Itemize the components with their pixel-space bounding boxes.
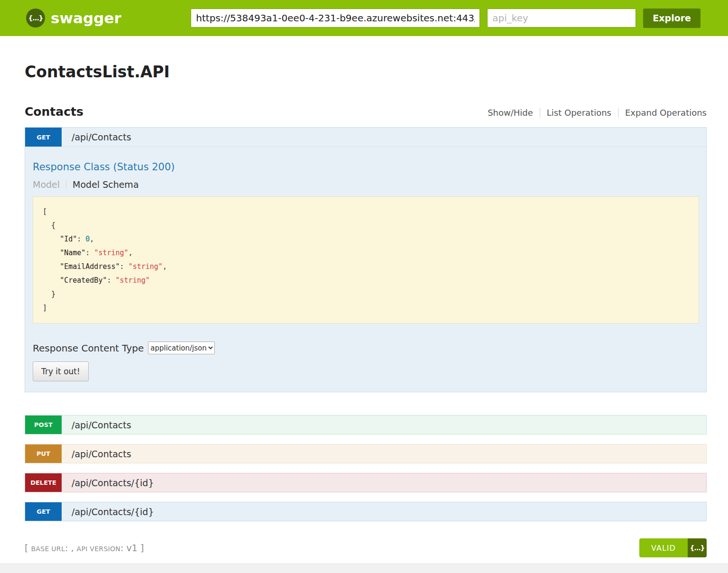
response-class-heading: Response Class (Status 200) xyxy=(33,161,699,173)
api-key-input[interactable] xyxy=(487,9,636,28)
tab-model[interactable]: Model xyxy=(33,179,66,190)
operation-path-link[interactable]: /api/Contacts xyxy=(72,449,131,459)
operation-delete-contacts-id[interactable]: DELETE /api/Contacts/{id} xyxy=(25,473,707,492)
method-badge-get: GET xyxy=(25,502,62,521)
main-content: ContactsList.API Contacts Show/Hide List… xyxy=(0,63,728,557)
model-schema-code: [ { "Id": 0, "Name": "string", "EmailAdd… xyxy=(33,196,699,323)
validator-status-label: VALID xyxy=(639,538,688,557)
validator-badge[interactable]: VALID {…} xyxy=(639,538,707,557)
footer: [ BASE URL: , API VERSION: v1 ] VALID {…… xyxy=(25,538,707,557)
api-version-value: v1 xyxy=(127,543,138,553)
tab-model-schema[interactable]: Model Schema xyxy=(66,179,138,190)
bracket-close: ] xyxy=(138,543,144,553)
base-url-label: BASE URL xyxy=(31,545,65,553)
operation-path-link[interactable]: /api/Contacts xyxy=(72,420,131,430)
api-version-label: API VERSION xyxy=(77,545,121,553)
method-badge-delete: DELETE xyxy=(25,473,62,492)
operation-path-link[interactable]: /api/Contacts/{id} xyxy=(72,478,154,488)
expand-operations-link[interactable]: Expand Operations xyxy=(618,108,707,118)
response-content-type-label: Response Content Type xyxy=(33,342,144,354)
horizontal-scrollbar[interactable] xyxy=(0,564,728,573)
schema-tabs: Model Model Schema xyxy=(33,179,699,190)
header-bar: {…} swagger Explore xyxy=(0,0,728,36)
method-badge-post: POST xyxy=(25,416,62,434)
validator-braces-icon: {…} xyxy=(688,538,707,557)
operation-path-link[interactable]: /api/Contacts/{id} xyxy=(72,507,154,517)
resource-header: Contacts Show/Hide List Operations Expan… xyxy=(25,105,707,119)
response-content-type-select[interactable]: application/json xyxy=(148,342,215,354)
api-title: ContactsList.API xyxy=(25,63,707,81)
swagger-logo-icon: {…} xyxy=(26,9,45,28)
operation-path-link[interactable]: /api/Contacts xyxy=(72,132,131,142)
list-operations-link[interactable]: List Operations xyxy=(540,108,618,118)
try-it-out-button[interactable]: Try it out! xyxy=(33,361,89,381)
method-badge-put: PUT xyxy=(25,444,62,463)
method-badge-get: GET xyxy=(25,128,62,147)
base-url-separator: : , xyxy=(65,543,77,553)
resource-name: Contacts xyxy=(25,105,83,119)
operation-body: Response Class (Status 200) Model Model … xyxy=(25,147,706,392)
operation-header[interactable]: GET /api/Contacts xyxy=(25,128,706,147)
swagger-logo-link[interactable]: {…} swagger xyxy=(26,9,121,28)
api-version-separator: : xyxy=(120,543,126,553)
operation-get-contacts: GET /api/Contacts Response Class (Status… xyxy=(25,127,707,392)
resource-actions: Show/Hide List Operations Expand Operati… xyxy=(481,108,707,118)
bracket-open: [ xyxy=(25,543,31,553)
base-url-info: [ BASE URL: , API VERSION: v1 ] xyxy=(25,543,144,553)
explore-button[interactable]: Explore xyxy=(643,9,700,28)
header-form: Explore xyxy=(191,9,700,28)
spec-url-input[interactable] xyxy=(191,9,480,28)
brand-title: swagger xyxy=(51,9,121,27)
operation-get-contacts-id[interactable]: GET /api/Contacts/{id} xyxy=(25,502,707,521)
operation-post-contacts[interactable]: POST /api/Contacts xyxy=(25,415,707,434)
show-hide-link[interactable]: Show/Hide xyxy=(481,108,540,118)
operation-put-contacts[interactable]: PUT /api/Contacts xyxy=(25,444,707,463)
response-content-type-row: Response Content Type application/json xyxy=(33,342,699,354)
